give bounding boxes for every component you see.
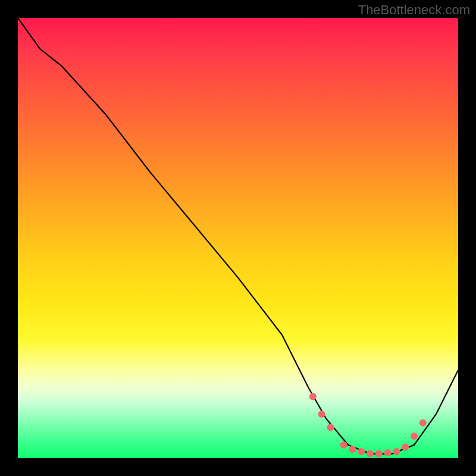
bottleneck-curve — [18, 18, 458, 454]
marker-dot — [375, 450, 383, 458]
marker-dot — [384, 449, 392, 456]
marker-dot — [367, 450, 374, 458]
marker-dot — [402, 444, 409, 451]
marker-dot — [318, 411, 325, 418]
marker-dot — [393, 448, 400, 455]
marker-dot — [349, 446, 356, 453]
marker-dot — [340, 441, 347, 449]
watermark-text: TheBottleneck.com — [358, 2, 470, 18]
marker-dot — [358, 448, 365, 455]
chart-svg — [18, 18, 458, 458]
marker-dot — [327, 424, 334, 431]
marker-dot — [419, 419, 427, 427]
marker-dot — [309, 393, 317, 400]
marker-dot — [411, 433, 418, 440]
chart-plot-area — [18, 18, 458, 458]
